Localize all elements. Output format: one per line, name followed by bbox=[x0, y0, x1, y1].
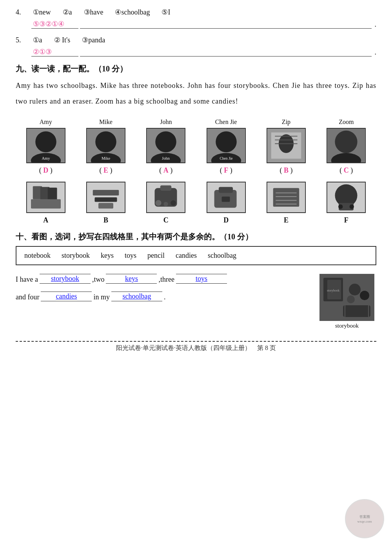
svg-point-38 bbox=[164, 202, 168, 206]
svg-rect-36 bbox=[160, 186, 172, 191]
q4-items: 4. ①new ②a ③have ④schoolbag ⑤I bbox=[16, 8, 376, 16]
s1-prefix: I have a bbox=[16, 275, 38, 284]
svg-point-59 bbox=[349, 284, 361, 295]
footer-text: 阳光试卷·单元测试卷·英语人教版（四年级上册） 第 8 页 bbox=[116, 344, 276, 351]
word-box: notebook storybook keys toys pencil cand… bbox=[16, 246, 376, 265]
q5-item1: ①a bbox=[33, 36, 42, 44]
svg-point-1 bbox=[35, 131, 56, 153]
john-answer: A bbox=[163, 166, 169, 174]
svg-text:Mike: Mike bbox=[102, 156, 111, 160]
character-amy: Amy Amy ( D ) bbox=[22, 118, 69, 175]
q4-item3: ③have bbox=[84, 8, 103, 16]
watermark: 答案圈wxqe.com bbox=[345, 499, 384, 538]
item-d-image bbox=[207, 182, 246, 213]
item-b-image bbox=[86, 182, 125, 213]
word-pencil: pencil bbox=[147, 251, 165, 260]
q4-item2: ②a bbox=[63, 8, 72, 16]
q4-underline bbox=[80, 28, 372, 29]
characters-row: Amy Amy ( D ) Mike Mike ( E ) John bbox=[16, 118, 376, 175]
svg-rect-62 bbox=[343, 305, 370, 317]
item-e: E bbox=[263, 182, 310, 224]
q10-left: I have a storybook ,two keys ,three toys bbox=[16, 274, 314, 304]
q4-item5: ⑤I bbox=[162, 8, 170, 16]
question-5: 5. ①a ② It's ③panda ②①③ . bbox=[16, 36, 376, 56]
q10-right: storybook storybook bbox=[318, 274, 376, 329]
q5-period: . bbox=[375, 48, 377, 56]
svg-point-13 bbox=[216, 131, 237, 153]
item-b-label: B bbox=[103, 216, 108, 224]
q5-item2: ② It's bbox=[54, 36, 71, 44]
svg-point-39 bbox=[171, 200, 176, 206]
question-10: 十、看图，选词，抄写在四线格里，其中有两个是多余的。（10 分） noteboo… bbox=[16, 231, 376, 329]
character-zip: Zip ( B ) bbox=[263, 118, 310, 175]
character-chenjie: Chen Jie Chen Jie ( F ) bbox=[203, 118, 250, 175]
svg-rect-31 bbox=[93, 190, 119, 195]
q5-items: 5. ①a ② It's ③panda bbox=[16, 36, 376, 44]
john-name: John bbox=[160, 118, 172, 126]
svg-text:storybook: storybook bbox=[327, 289, 339, 292]
character-zoom: Zoom ( C ) bbox=[323, 118, 370, 175]
item-f-label: F bbox=[344, 216, 348, 224]
s1-mid1: ,two bbox=[92, 275, 105, 284]
mike-bracket: ( E ) bbox=[99, 166, 112, 175]
storybook-label: storybook bbox=[335, 323, 359, 329]
s1-answer2: keys bbox=[106, 274, 157, 284]
chenjie-image: Chen Jie bbox=[207, 128, 246, 163]
question-9: 九、读一读，配一配。（10 分） Amy has two schoolbags.… bbox=[16, 64, 376, 224]
amy-name: Amy bbox=[40, 118, 52, 126]
svg-point-37 bbox=[156, 200, 162, 206]
s2-answer2: schoolbag bbox=[111, 292, 162, 301]
zoom-image bbox=[327, 128, 366, 163]
svg-point-54 bbox=[350, 204, 354, 209]
amy-answer: D bbox=[43, 166, 48, 174]
svg-text:Amy: Amy bbox=[42, 156, 50, 160]
svg-point-5 bbox=[95, 131, 116, 153]
s2-prefix: and four bbox=[16, 293, 39, 301]
q4-item4: ④schoolbag bbox=[115, 8, 150, 16]
q10-content: I have a storybook ,two keys ,three toys bbox=[16, 274, 376, 329]
svg-point-23 bbox=[335, 131, 358, 153]
john-image: John bbox=[146, 128, 185, 163]
q5-item3: ③panda bbox=[82, 36, 105, 44]
item-d: D bbox=[203, 182, 250, 224]
item-c-label: C bbox=[163, 216, 169, 224]
items-row: A B C bbox=[16, 182, 376, 224]
zip-bracket: ( B ) bbox=[279, 166, 292, 175]
word-schoolbag: schoolbag bbox=[208, 251, 236, 260]
svg-point-60 bbox=[360, 291, 369, 300]
word-toys: toys bbox=[125, 251, 136, 260]
footer: 阳光试卷·单元测试卷·英语人教版（四年级上册） 第 8 页 bbox=[16, 341, 376, 352]
item-c: C bbox=[142, 182, 189, 224]
s1-mid2: ,three bbox=[158, 275, 174, 284]
svg-rect-42 bbox=[219, 187, 233, 193]
item-a: A bbox=[22, 182, 69, 224]
chenjie-name: Chen Jie bbox=[215, 118, 237, 126]
q5-answer-line: ②①③ . bbox=[31, 47, 376, 56]
word-storybook: storybook bbox=[62, 251, 90, 260]
item-a-image bbox=[26, 182, 65, 213]
q5-label: 5. bbox=[16, 36, 21, 44]
svg-rect-33 bbox=[98, 203, 113, 208]
s2-answer1: candies bbox=[41, 292, 92, 301]
zip-name: Zip bbox=[282, 118, 290, 126]
watermark-text: 答案圈wxqe.com bbox=[357, 514, 372, 523]
svg-rect-43 bbox=[221, 197, 230, 202]
word-candies: candies bbox=[176, 251, 197, 260]
q10-header: 十、看图，选词，抄写在四线格里，其中有两个是多余的。（10 分） bbox=[16, 231, 376, 242]
item-f-image bbox=[327, 182, 366, 213]
mike-answer: E bbox=[103, 166, 108, 174]
question-4: 4. ①new ②a ③have ④schoolbag ⑤I ⑤③②①④ . bbox=[16, 8, 376, 29]
q5-underline bbox=[80, 56, 372, 56]
item-f: F bbox=[323, 182, 370, 224]
word-notebook: notebook bbox=[24, 251, 51, 260]
amy-bracket: ( D ) bbox=[39, 166, 53, 175]
item-e-label: E bbox=[284, 216, 289, 224]
john-bracket: ( A ) bbox=[159, 166, 172, 175]
item-b: B bbox=[82, 182, 129, 224]
q9-header: 九、读一读，配一配。（10 分） bbox=[16, 64, 376, 74]
q5-answer: ②①③ bbox=[31, 47, 78, 56]
chenjie-bracket: ( F ) bbox=[220, 166, 232, 175]
svg-rect-29 bbox=[31, 199, 61, 209]
svg-rect-28 bbox=[47, 188, 57, 200]
item-e-image bbox=[267, 182, 306, 213]
